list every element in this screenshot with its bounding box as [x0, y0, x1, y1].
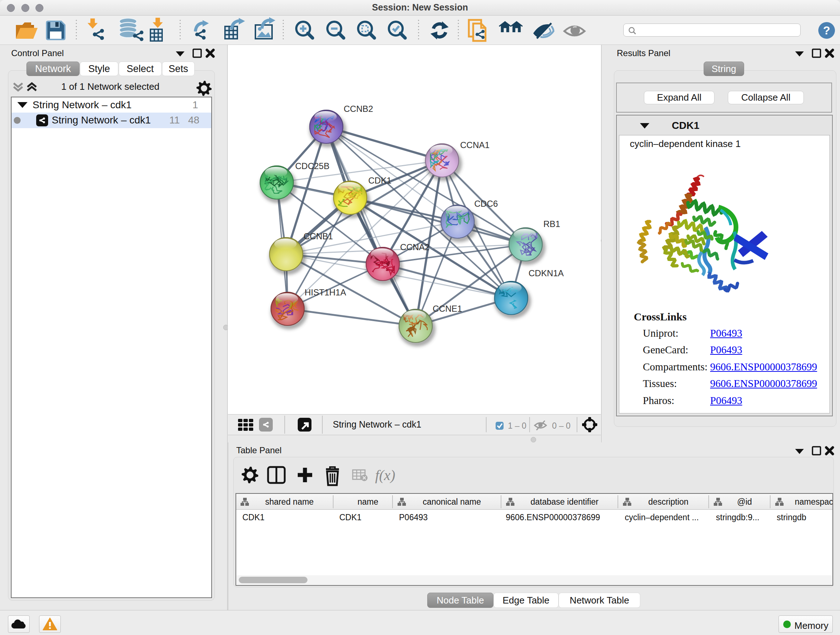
svg-text:namespace: namespace [795, 497, 832, 507]
svg-text:CDK1: CDK1 [368, 176, 392, 185]
svg-text:description: description [648, 497, 688, 507]
svg-text:shared name: shared name [265, 497, 314, 507]
svg-text:@id: @id [737, 497, 752, 507]
svg-text:CDC6: CDC6 [474, 199, 498, 209]
svg-text:CCNB1: CCNB1 [303, 231, 333, 241]
svg-text:RB1: RB1 [543, 219, 561, 229]
svg-text:name: name [357, 497, 378, 507]
svg-text:CCNB2: CCNB2 [344, 104, 373, 114]
svg-text:CCNA2: CCNA2 [400, 242, 429, 252]
svg-text:0 – 0: 0 – 0 [552, 421, 570, 431]
svg-text:1 – 0: 1 – 0 [508, 421, 526, 431]
svg-text:CCNE1: CCNE1 [433, 304, 462, 314]
svg-text:database identifier: database identifier [531, 497, 599, 507]
svg-text:HIST1H1A: HIST1H1A [305, 287, 346, 297]
svg-text:String Network – cdk1: String Network – cdk1 [333, 419, 422, 429]
svg-text:CDKN1A: CDKN1A [529, 268, 564, 278]
svg-text:CDC25B: CDC25B [295, 161, 330, 171]
svg-text:f(x): f(x) [375, 467, 395, 483]
svg-text:canonical name: canonical name [423, 497, 481, 507]
svg-text:CCNA1: CCNA1 [460, 140, 489, 150]
